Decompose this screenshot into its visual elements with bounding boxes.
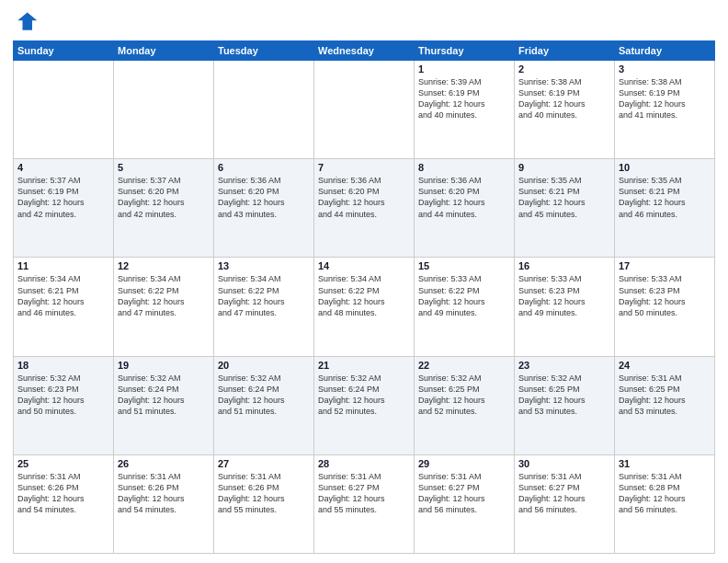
calendar-cell: 12Sunrise: 5:34 AM Sunset: 6:22 PM Dayli… <box>114 258 214 356</box>
week-row-3: 11Sunrise: 5:34 AM Sunset: 6:21 PM Dayli… <box>14 258 715 356</box>
calendar-cell: 23Sunrise: 5:32 AM Sunset: 6:25 PM Dayli… <box>515 356 615 454</box>
col-header-saturday: Saturday <box>615 41 715 61</box>
day-number: 25 <box>17 458 109 469</box>
calendar-cell: 9Sunrise: 5:35 AM Sunset: 6:21 PM Daylig… <box>515 159 615 258</box>
calendar-cell: 6Sunrise: 5:36 AM Sunset: 6:20 PM Daylig… <box>214 159 314 258</box>
col-header-thursday: Thursday <box>415 41 515 61</box>
day-info: Sunrise: 5:34 AM Sunset: 6:21 PM Dayligh… <box>17 273 109 318</box>
day-info: Sunrise: 5:31 AM Sunset: 6:27 PM Dayligh… <box>318 471 410 516</box>
week-row-1: 1Sunrise: 5:39 AM Sunset: 6:19 PM Daylig… <box>14 61 715 159</box>
calendar-header-row: SundayMondayTuesdayWednesdayThursdayFrid… <box>14 41 715 61</box>
day-number: 27 <box>218 458 310 469</box>
day-info: Sunrise: 5:34 AM Sunset: 6:22 PM Dayligh… <box>118 273 210 318</box>
day-info: Sunrise: 5:33 AM Sunset: 6:23 PM Dayligh… <box>619 273 711 318</box>
day-info: Sunrise: 5:32 AM Sunset: 6:25 PM Dayligh… <box>518 373 610 418</box>
header <box>13 9 715 35</box>
col-header-monday: Monday <box>114 41 214 61</box>
day-number: 5 <box>118 162 210 173</box>
day-info: Sunrise: 5:31 AM Sunset: 6:27 PM Dayligh… <box>518 471 610 516</box>
col-header-tuesday: Tuesday <box>214 41 314 61</box>
day-number: 30 <box>518 458 610 469</box>
calendar-cell: 31Sunrise: 5:31 AM Sunset: 6:28 PM Dayli… <box>615 454 715 553</box>
calendar-cell <box>214 61 314 159</box>
calendar-cell <box>114 61 214 159</box>
day-info: Sunrise: 5:31 AM Sunset: 6:26 PM Dayligh… <box>17 471 109 516</box>
day-info: Sunrise: 5:31 AM Sunset: 6:27 PM Dayligh… <box>418 471 510 516</box>
calendar-cell: 13Sunrise: 5:34 AM Sunset: 6:22 PM Dayli… <box>214 258 314 356</box>
day-number: 9 <box>518 162 610 173</box>
calendar-cell: 15Sunrise: 5:33 AM Sunset: 6:22 PM Dayli… <box>415 258 515 356</box>
day-number: 29 <box>418 458 510 469</box>
day-number: 21 <box>318 360 410 371</box>
day-info: Sunrise: 5:31 AM Sunset: 6:26 PM Dayligh… <box>118 471 210 516</box>
calendar-cell <box>314 61 415 159</box>
calendar-cell <box>14 61 114 159</box>
day-number: 17 <box>619 260 711 271</box>
day-info: Sunrise: 5:33 AM Sunset: 6:22 PM Dayligh… <box>418 273 510 318</box>
day-number: 20 <box>218 360 310 371</box>
day-info: Sunrise: 5:39 AM Sunset: 6:19 PM Dayligh… <box>418 76 510 121</box>
day-number: 31 <box>619 458 711 469</box>
day-info: Sunrise: 5:32 AM Sunset: 6:24 PM Dayligh… <box>218 373 310 418</box>
calendar-cell: 27Sunrise: 5:31 AM Sunset: 6:26 PM Dayli… <box>214 454 314 553</box>
calendar-cell: 17Sunrise: 5:33 AM Sunset: 6:23 PM Dayli… <box>615 258 715 356</box>
calendar-table: SundayMondayTuesdayWednesdayThursdayFrid… <box>13 40 715 554</box>
day-info: Sunrise: 5:33 AM Sunset: 6:23 PM Dayligh… <box>518 273 610 318</box>
day-info: Sunrise: 5:35 AM Sunset: 6:21 PM Dayligh… <box>619 175 711 220</box>
calendar-cell: 28Sunrise: 5:31 AM Sunset: 6:27 PM Dayli… <box>314 454 415 553</box>
day-number: 16 <box>518 260 610 271</box>
day-info: Sunrise: 5:34 AM Sunset: 6:22 PM Dayligh… <box>318 273 410 318</box>
calendar-cell: 11Sunrise: 5:34 AM Sunset: 6:21 PM Dayli… <box>14 258 114 356</box>
calendar-cell: 26Sunrise: 5:31 AM Sunset: 6:26 PM Dayli… <box>114 454 214 553</box>
day-number: 13 <box>218 260 310 271</box>
week-row-4: 18Sunrise: 5:32 AM Sunset: 6:23 PM Dayli… <box>14 356 715 454</box>
day-number: 15 <box>418 260 510 271</box>
calendar-cell: 3Sunrise: 5:38 AM Sunset: 6:19 PM Daylig… <box>615 61 715 159</box>
calendar-cell: 14Sunrise: 5:34 AM Sunset: 6:22 PM Dayli… <box>314 258 415 356</box>
calendar-cell: 25Sunrise: 5:31 AM Sunset: 6:26 PM Dayli… <box>14 454 114 553</box>
week-row-2: 4Sunrise: 5:37 AM Sunset: 6:19 PM Daylig… <box>14 159 715 258</box>
day-info: Sunrise: 5:37 AM Sunset: 6:19 PM Dayligh… <box>17 175 109 220</box>
day-number: 26 <box>118 458 210 469</box>
week-row-5: 25Sunrise: 5:31 AM Sunset: 6:26 PM Dayli… <box>14 454 715 553</box>
day-info: Sunrise: 5:31 AM Sunset: 6:25 PM Dayligh… <box>619 373 711 418</box>
day-number: 3 <box>619 63 711 75</box>
day-number: 14 <box>318 260 410 271</box>
calendar-cell: 20Sunrise: 5:32 AM Sunset: 6:24 PM Dayli… <box>214 356 314 454</box>
calendar-cell: 10Sunrise: 5:35 AM Sunset: 6:21 PM Dayli… <box>615 159 715 258</box>
day-number: 8 <box>418 162 510 173</box>
day-number: 4 <box>17 162 109 173</box>
logo <box>13 9 42 35</box>
day-number: 7 <box>318 162 410 173</box>
day-info: Sunrise: 5:36 AM Sunset: 6:20 PM Dayligh… <box>418 175 510 220</box>
calendar-cell: 21Sunrise: 5:32 AM Sunset: 6:24 PM Dayli… <box>314 356 415 454</box>
col-header-sunday: Sunday <box>14 41 114 61</box>
day-info: Sunrise: 5:32 AM Sunset: 6:24 PM Dayligh… <box>318 373 410 418</box>
day-info: Sunrise: 5:38 AM Sunset: 6:19 PM Dayligh… <box>518 76 610 121</box>
day-info: Sunrise: 5:31 AM Sunset: 6:26 PM Dayligh… <box>218 471 310 516</box>
day-info: Sunrise: 5:32 AM Sunset: 6:23 PM Dayligh… <box>17 373 109 418</box>
day-info: Sunrise: 5:32 AM Sunset: 6:24 PM Dayligh… <box>118 373 210 418</box>
day-number: 12 <box>118 260 210 271</box>
day-info: Sunrise: 5:36 AM Sunset: 6:20 PM Dayligh… <box>318 175 410 220</box>
day-info: Sunrise: 5:32 AM Sunset: 6:25 PM Dayligh… <box>418 373 510 418</box>
day-number: 11 <box>17 260 109 271</box>
day-info: Sunrise: 5:35 AM Sunset: 6:21 PM Dayligh… <box>518 175 610 220</box>
day-info: Sunrise: 5:38 AM Sunset: 6:19 PM Dayligh… <box>619 76 711 121</box>
day-number: 24 <box>619 360 711 371</box>
page: SundayMondayTuesdayWednesdayThursdayFrid… <box>0 0 728 563</box>
calendar-cell: 5Sunrise: 5:37 AM Sunset: 6:20 PM Daylig… <box>114 159 214 258</box>
day-number: 6 <box>218 162 310 173</box>
day-number: 28 <box>318 458 410 469</box>
calendar-cell: 16Sunrise: 5:33 AM Sunset: 6:23 PM Dayli… <box>515 258 615 356</box>
calendar-cell: 1Sunrise: 5:39 AM Sunset: 6:19 PM Daylig… <box>415 61 515 159</box>
col-header-wednesday: Wednesday <box>314 41 415 61</box>
calendar-cell: 2Sunrise: 5:38 AM Sunset: 6:19 PM Daylig… <box>515 61 615 159</box>
calendar-cell: 30Sunrise: 5:31 AM Sunset: 6:27 PM Dayli… <box>515 454 615 553</box>
svg-marker-0 <box>17 13 37 30</box>
day-number: 1 <box>418 63 510 75</box>
calendar-cell: 19Sunrise: 5:32 AM Sunset: 6:24 PM Dayli… <box>114 356 214 454</box>
calendar-cell: 7Sunrise: 5:36 AM Sunset: 6:20 PM Daylig… <box>314 159 415 258</box>
calendar-cell: 8Sunrise: 5:36 AM Sunset: 6:20 PM Daylig… <box>415 159 515 258</box>
calendar-cell: 18Sunrise: 5:32 AM Sunset: 6:23 PM Dayli… <box>14 356 114 454</box>
